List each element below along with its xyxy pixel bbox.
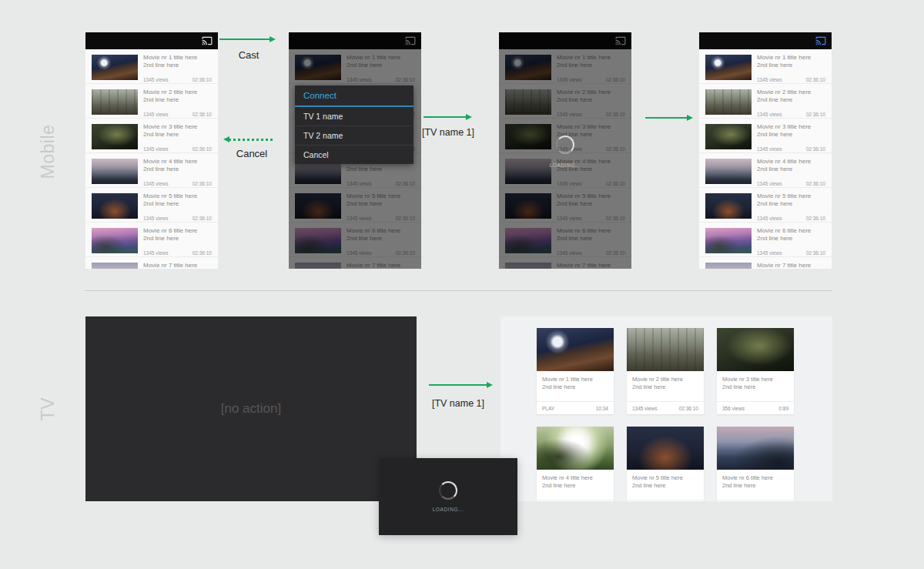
movie-title: Movie nr 6 title here [722,474,788,482]
movie-title: Movie nr 5 title here [632,474,698,482]
movie-thumbnail [92,263,138,269]
movie-duration: 02:36:10 [192,250,212,256]
dialog-item-cancel[interactable]: Cancel [295,146,413,164]
movie-list-item[interactable]: Movie nr 3 title here 2nd line here 1345… [85,119,218,153]
movie-subtitle: 2nd line here [757,166,825,173]
movie-duration: 02:36:10 [192,146,212,152]
movie-title: Movie nr 7 title here [757,262,825,269]
section-divider [85,290,832,291]
movie-title: Movie nr 4 title here [143,158,212,166]
card-meta-left: 356 views [722,406,745,411]
movie-thumbnail [92,193,138,219]
movie-title: Movie nr 6 title here [757,227,825,235]
movie-list-item[interactable]: Movie nr 1 title here 2nd line here 1345… [699,49,832,84]
movie-thumbnail [627,427,704,470]
movie-title: Movie nr 5 title here [757,192,825,200]
movie-duration: 02:36:10 [806,146,825,152]
movie-title: Movie nr 4 title here [757,158,825,166]
movie-thumbnail [537,328,614,371]
movie-thumbnail [717,328,794,371]
app-bar [85,32,218,49]
tv-name-label-bottom: [TV name 1] [421,398,495,409]
movie-title: Movie nr 6 title here [143,227,212,235]
movie-title: Movie nr 2 title here [143,89,212,96]
dialog-item-tv2[interactable]: TV 2 name [295,126,413,146]
tv-movie-card[interactable]: Movie nr 6 title here 2nd line here [717,427,794,501]
tv-movie-card[interactable]: Movie nr 4 title here 2nd line here [537,427,614,501]
movie-duration: 02:36:10 [192,181,212,186]
movie-subtitle: 2nd line here [757,62,825,69]
movie-views: 1345 views [143,112,169,117]
movie-thumbnail [92,159,138,184]
movie-views: 1345 views [143,77,169,82]
movie-list-item[interactable]: Movie nr 3 title here 2nd line here 1345… [699,119,832,153]
section-label-mobile: Mobile [38,98,58,206]
movie-duration: 02:36:10 [806,77,825,82]
tv-movie-card[interactable]: Movie nr 3 title here 2nd line here 356 … [717,328,794,414]
movie-title: Movie nr 1 title here [143,54,212,62]
dialog-item-tv1[interactable]: TV 1 name [295,107,413,126]
movie-subtitle: 2nd line here [143,235,212,243]
tv-movie-card[interactable]: Movie nr 2 title here 2nd line here 1345… [627,328,704,414]
movie-title: Movie nr 1 title here [757,54,825,62]
tv-select-flow-arrow [424,116,467,118]
movie-subtitle: 2nd line here [143,166,212,173]
tv-screen-content: Movie nr 1 title here 2nd line here PLAY… [500,316,832,501]
app-bar [699,32,832,49]
movie-thumbnail [705,193,752,219]
movie-thumbnail [92,124,138,149]
movie-subtitle: 2nd line here [542,482,608,490]
movie-thumbnail [705,228,752,253]
loading-label: LOADING... [499,162,631,168]
movie-list-item[interactable]: Movie nr 2 title here 2nd line here 1345… [699,84,832,119]
movie-thumbnail [92,228,138,253]
movie-list-item[interactable]: Movie nr 5 title here 2nd line here 1345… [85,188,218,223]
movie-title: Movie nr 2 title here [757,89,825,96]
cast-icon[interactable] [202,35,213,46]
cast-flow-arrow [219,38,270,40]
movie-duration: 02:36:10 [192,112,212,117]
movie-views: 1345 views [757,250,782,256]
movie-thumbnail [705,159,752,184]
movie-views: 1345 views [143,216,169,221]
tv-movie-card[interactable]: Movie nr 1 title here 2nd line here PLAY… [537,328,614,414]
movie-subtitle: 2nd line here [632,383,698,391]
movie-list-item[interactable]: Movie nr 1 title here 2nd line here 1345… [85,49,218,84]
tv-name-label-top: [TV name 1] [411,127,485,138]
movie-subtitle: 2nd line here [143,200,212,208]
cast-flow-label: Cast [229,49,269,61]
mobile-screen-list: Movie nr 1 title here 2nd line here 1345… [85,32,218,269]
cast-connected-icon[interactable] [815,35,826,46]
spinner-icon [439,481,457,500]
movie-subtitle: 2nd line here [632,482,698,490]
movie-thumbnail [717,427,794,470]
movie-subtitle: 2nd line here [143,62,212,69]
movie-duration: 02:36:10 [192,216,212,221]
movie-thumbnail [537,427,614,470]
movie-duration: 02:36:10 [806,181,825,186]
movie-list-item[interactable]: Movie nr 4 title here 2nd line here 1345… [85,153,218,188]
movie-list-item[interactable]: Movie nr 5 title here 2nd line here 1345… [699,188,832,223]
movie-title: Movie nr 5 title here [143,192,212,200]
movie-list-item[interactable]: Movie nr 7 title here 2nd line here 1345… [699,257,832,269]
movie-subtitle: 2nd line here [722,482,788,490]
movie-views: 1345 views [757,77,782,82]
movie-list-item[interactable]: Movie nr 7 title here 2nd line here 1345… [85,257,218,269]
movie-list-item[interactable]: Movie nr 6 title here 2nd line here 1345… [85,223,218,257]
movie-thumbnail [92,89,138,115]
movie-views: 1345 views [757,146,782,152]
movie-title: Movie nr 3 title here [757,123,825,131]
movie-subtitle: 2nd line here [757,96,825,104]
movie-duration: 02:36:10 [806,112,825,117]
movie-list-item[interactable]: Movie nr 4 title here 2nd line here 1345… [699,153,832,188]
movie-views: 1345 views [757,216,782,221]
movie-thumbnail [705,263,752,269]
movie-title: Movie nr 1 title here [542,376,608,383]
movie-list-item[interactable]: Movie nr 6 title here 2nd line here 1345… [699,223,832,257]
card-meta-left: 1345 views [632,406,658,411]
movie-title: Movie nr 3 title here [722,376,788,383]
tv-movie-card[interactable]: Movie nr 5 title here 2nd line here [627,427,704,501]
movie-list-item[interactable]: Movie nr 2 title here 2nd line here 1345… [85,84,218,119]
movie-subtitle: 2nd line here [143,96,212,104]
movie-title: Movie nr 4 title here [542,474,608,482]
